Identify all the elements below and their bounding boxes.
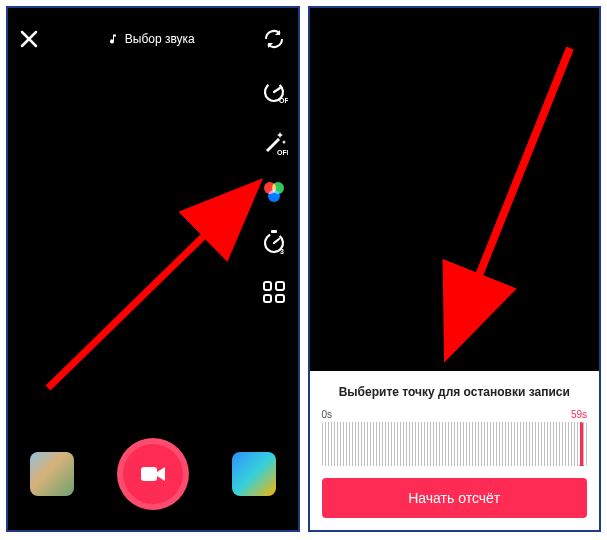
bottom-bar xyxy=(8,438,298,510)
svg-text:3: 3 xyxy=(280,248,284,255)
timer-sheet-screen: Выберите точку для остановки записи 0s 5… xyxy=(308,6,602,532)
upload-button[interactable] xyxy=(232,452,276,496)
flip-camera-icon[interactable] xyxy=(261,26,287,52)
start-countdown-button[interactable]: Начать отсчёт xyxy=(322,478,588,518)
svg-line-8 xyxy=(450,48,570,348)
timer-icon[interactable]: 3 xyxy=(260,228,288,256)
music-note-icon xyxy=(107,33,119,45)
svg-rect-7 xyxy=(141,467,157,481)
filters-icon[interactable] xyxy=(260,178,288,206)
svg-text:OFF: OFF xyxy=(277,149,288,156)
annotation-arrow xyxy=(38,168,288,398)
more-tools-icon[interactable] xyxy=(260,278,288,306)
countdown-sheet: Выберите точку для остановки записи 0s 5… xyxy=(310,371,600,530)
camera-screen: Выбор звука OFF OFF xyxy=(6,6,300,532)
speed-icon[interactable]: OFF xyxy=(260,78,288,106)
beauty-icon[interactable]: OFF xyxy=(260,128,288,156)
waveform-row: 0s 59s xyxy=(322,409,588,466)
side-tools: OFF OFF 3 xyxy=(260,78,288,306)
top-bar: Выбор звука xyxy=(8,8,298,64)
sound-select-label: Выбор звука xyxy=(125,32,195,46)
annotation-arrow xyxy=(420,38,600,368)
wave-end-label: 59s xyxy=(571,409,587,420)
svg-rect-4 xyxy=(271,230,277,233)
sound-select[interactable]: Выбор звука xyxy=(97,28,205,50)
close-icon[interactable] xyxy=(18,28,40,50)
record-button[interactable] xyxy=(117,438,189,510)
wave-start-label: 0s xyxy=(322,409,333,420)
sheet-title: Выберите точку для остановки записи xyxy=(339,385,570,399)
waveform[interactable] xyxy=(322,422,588,466)
stop-point-handle[interactable] xyxy=(580,422,583,466)
svg-text:OFF: OFF xyxy=(279,97,288,104)
svg-line-6 xyxy=(48,188,253,388)
video-camera-icon xyxy=(140,464,166,484)
effects-button[interactable] xyxy=(30,452,74,496)
